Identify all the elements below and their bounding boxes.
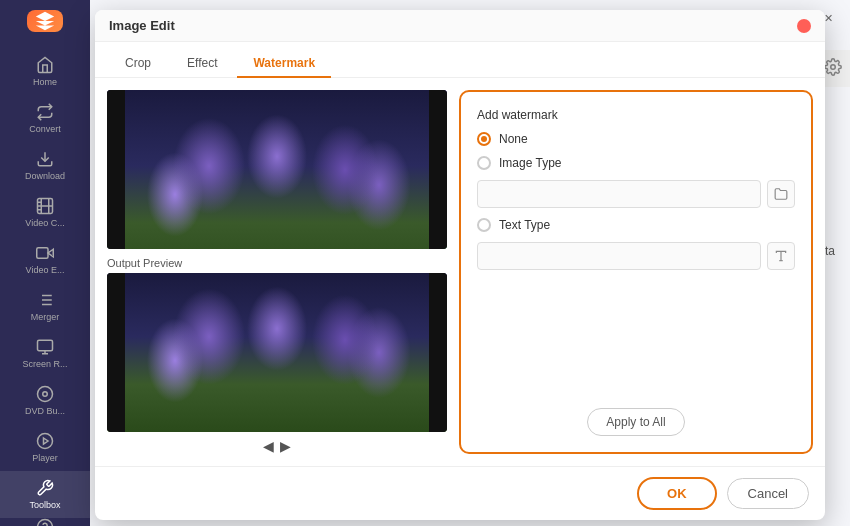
sidebar-bottom: [36, 518, 54, 526]
radio-none-label: None: [499, 132, 528, 146]
sidebar-item-videoe[interactable]: Video E...: [0, 236, 90, 283]
svg-point-17: [38, 387, 53, 402]
iris-flower-top: [107, 90, 447, 249]
radio-text-type[interactable]: [477, 218, 491, 232]
watermark-text-input[interactable]: [477, 242, 761, 270]
svg-point-18: [43, 392, 48, 397]
sidebar-item-toolbox[interactable]: Toolbox: [0, 471, 90, 518]
text-input-row: [477, 242, 795, 270]
sidebar-item-videoc[interactable]: Video C...: [0, 189, 90, 236]
help-icon[interactable]: [36, 518, 54, 526]
dialog-close-button[interactable]: [797, 19, 811, 33]
svg-rect-8: [37, 248, 48, 259]
panel-spacer: [477, 280, 795, 398]
dialog-body: Output Preview ◀ ▶ Add watermark: [95, 78, 825, 466]
image-edit-dialog: Image Edit Crop Effect Watermark: [95, 10, 825, 520]
preview-area: Output Preview ◀ ▶: [107, 90, 447, 454]
watermark-text-row[interactable]: Text Type: [477, 218, 795, 232]
watermark-panel-title: Add watermark: [477, 108, 795, 122]
sidebar-item-screen[interactable]: Screen R...: [0, 330, 90, 377]
svg-rect-14: [38, 340, 53, 351]
svg-marker-7: [48, 249, 53, 257]
dialog-controls: [797, 19, 811, 33]
watermark-panel: Add watermark None Image Type: [459, 90, 813, 454]
sidebar-item-home[interactable]: Home: [0, 48, 90, 95]
sidebar: Home Convert Download Video C... Video E…: [0, 0, 90, 526]
preview-top: [107, 90, 447, 249]
tab-crop[interactable]: Crop: [109, 50, 167, 78]
preview-bottom: [107, 273, 447, 432]
svg-point-19: [38, 434, 53, 449]
watermark-none-row[interactable]: None: [477, 132, 795, 146]
apply-all-button[interactable]: Apply to All: [587, 408, 684, 436]
image-path-input[interactable]: [477, 180, 761, 208]
text-format-button[interactable]: [767, 242, 795, 270]
apply-all-container: Apply to All: [477, 408, 795, 436]
forward-button[interactable]: ▶: [280, 438, 291, 454]
output-preview-label: Output Preview: [107, 257, 447, 269]
radio-none[interactable]: [477, 132, 491, 146]
dialog-footer: OK Cancel: [95, 466, 825, 520]
preview-image-top: [107, 90, 447, 249]
radio-text-label: Text Type: [499, 218, 550, 232]
radio-image-type[interactable]: [477, 156, 491, 170]
dialog-tabs: Crop Effect Watermark: [95, 42, 825, 78]
iris-flower-bottom: [107, 273, 447, 432]
ok-button[interactable]: OK: [637, 477, 717, 510]
sidebar-item-convert[interactable]: Convert: [0, 95, 90, 142]
sidebar-item-player[interactable]: Player: [0, 424, 90, 471]
watermark-image-row[interactable]: Image Type: [477, 156, 795, 170]
app-logo: [27, 10, 63, 32]
tab-effect[interactable]: Effect: [171, 50, 233, 78]
playback-controls: ◀ ▶: [107, 438, 447, 454]
tab-watermark[interactable]: Watermark: [237, 50, 331, 78]
svg-marker-20: [44, 438, 49, 444]
sidebar-item-merger[interactable]: Merger: [0, 283, 90, 330]
rewind-button[interactable]: ◀: [263, 438, 274, 454]
browse-folder-button[interactable]: [767, 180, 795, 208]
preview-image-bottom: [107, 273, 447, 432]
radio-image-label: Image Type: [499, 156, 561, 170]
svg-point-24: [831, 65, 836, 70]
sidebar-item-dvd[interactable]: DVD Bu...: [0, 377, 90, 424]
image-input-row: [477, 180, 795, 208]
cancel-button[interactable]: Cancel: [727, 478, 809, 509]
sidebar-item-download[interactable]: Download: [0, 142, 90, 189]
dialog-title: Image Edit: [109, 18, 175, 33]
dialog-titlebar: Image Edit: [95, 10, 825, 42]
